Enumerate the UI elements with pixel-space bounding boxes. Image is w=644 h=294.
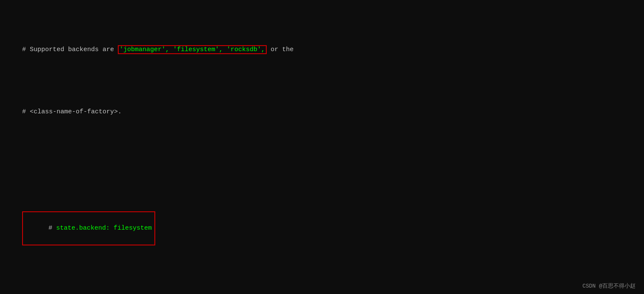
- line-empty-2: [7, 288, 637, 294]
- code-content: # Supported backends are 'jobmanager', '…: [7, 3, 637, 294]
- line-2: # <class-name-of-factory>.: [7, 96, 637, 128]
- comment-text: # Supported backends are: [22, 46, 118, 53]
- watermark: CSDN @百思不得小赵: [582, 282, 635, 290]
- config-box-state-backend: # state.backend: filesystem: [22, 211, 155, 245]
- line-1: # Supported backends are 'jobmanager', '…: [7, 34, 637, 66]
- line-4: # state.backend: filesystem: [7, 200, 637, 257]
- line-empty-1: [7, 159, 637, 170]
- inline-highlight-backends: 'jobmanager', 'filesystem', 'rocksdb',: [118, 45, 267, 54]
